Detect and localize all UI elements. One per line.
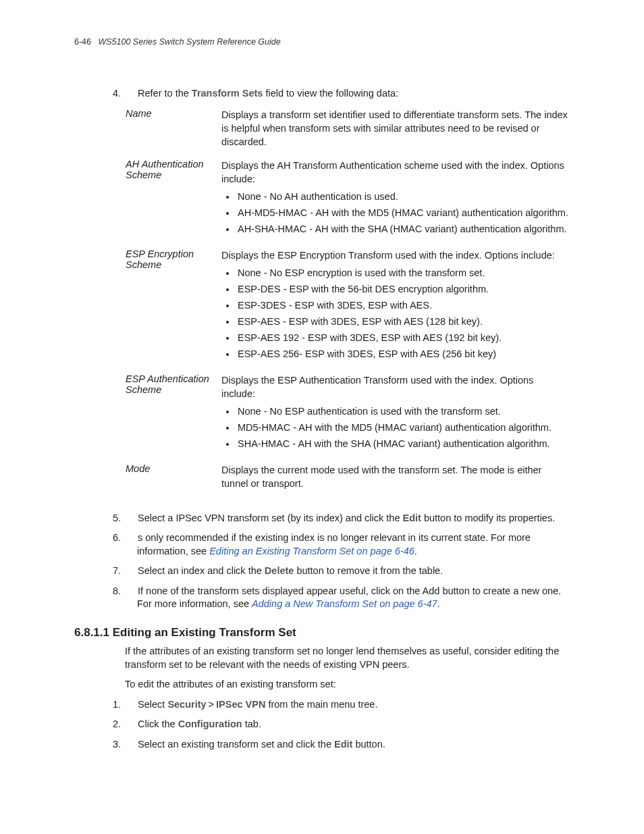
def-intro: Displays the AH Transform Authentication… (221, 160, 564, 184)
step-text: Click the (138, 719, 178, 729)
list-item: AH-SHA-HMAC - AH with the SHA (HMAC vari… (236, 222, 569, 236)
list-item: ESP-DES - ESP with the 56-bit DES encryp… (236, 282, 569, 296)
edit-step-1: 1. Select Security>IPSec VPN from the ma… (125, 698, 570, 712)
term-esp-auth: ESP Authentication Scheme (125, 373, 221, 463)
step-6: 6. s only recommended if the existing in… (125, 531, 570, 558)
list-item: None - No ESP authentication is used wit… (236, 405, 569, 418)
step-number: 4. (125, 87, 135, 101)
term-ah-auth: AH Authentication Scheme (125, 158, 221, 248)
step-text: tab. (242, 719, 261, 729)
bold-term: Delete (265, 565, 294, 576)
section-heading: 6.8.1.1 Editing an Existing Transform Se… (74, 626, 570, 640)
step-number: 2. (125, 718, 135, 731)
step-8: 8. If none of the transform sets display… (125, 585, 570, 611)
step-number: 5. (125, 512, 135, 525)
step-text: Select a IPSec VPN transform set (by its… (138, 513, 402, 523)
list-item: ESP-AES 192 - ESP with 3DES, ESP with AE… (236, 331, 569, 344)
bold-term: IPSec VPN (216, 699, 265, 710)
term-name: Name (125, 107, 221, 158)
list-item: ESP-AES - ESP with 3DES, ESP with AES (1… (236, 315, 569, 328)
step-text: . (437, 598, 440, 609)
step-number: 8. (125, 585, 135, 598)
bold-term: Configuration (178, 719, 242, 729)
list-item: None - No ESP encryption is used with th… (236, 266, 569, 280)
section-title: Editing an Existing Transform Set (113, 626, 296, 639)
main-content: 4. Refer to the Transform Sets field to … (125, 87, 570, 751)
list-item: MD5-HMAC - AH with the MD5 (HMAC variant… (236, 421, 569, 434)
step-text: field to view the following data: (263, 88, 398, 99)
step-text: Select an existing transform set and cli… (138, 739, 334, 750)
step-text: button to modify its properties. (421, 513, 555, 523)
step-text: . (414, 546, 417, 556)
bold-term: Security (167, 699, 206, 710)
bold-term: Edit (403, 513, 421, 523)
step-4: 4. Refer to the Transform Sets field to … (125, 87, 570, 101)
cross-ref-link[interactable]: Editing an Existing Transform Set on pag… (209, 546, 414, 556)
list-item: SHA-HMAC - AH with the SHA (HMAC variant… (236, 437, 569, 450)
def-ah-auth: Displays the AH Transform Authentication… (221, 158, 570, 248)
step-number: 6. (125, 531, 135, 545)
edit-step-3: 3. Select an existing transform set and … (125, 738, 570, 752)
bold-term: Transform Sets (192, 88, 263, 99)
list-item: None - No AH authentication is used. (236, 190, 569, 203)
edit-step-2: 2. Click the Configuration tab. (125, 718, 570, 731)
step-text: Select an index and click the (138, 565, 265, 576)
definition-table: Name Displays a transform set identifier… (125, 107, 570, 500)
def-intro: Displays the ESP Encryption Transform us… (221, 250, 555, 261)
step-text: Select (138, 699, 167, 710)
list-item: AH-MD5-HMAC - AH with the MD5 (HMAC vari… (236, 206, 569, 219)
bold-term: Edit (334, 739, 352, 750)
step-text: Refer to the (138, 88, 192, 99)
step-number: 3. (125, 738, 135, 752)
list-item: ESP-3DES - ESP with 3DES, ESP with AES. (236, 298, 569, 312)
running-header: 6-46 WS5100 Series Switch System Referen… (74, 37, 570, 47)
page-number: 6-46 (74, 37, 91, 47)
def-esp-auth: Displays the ESP Authentication Transfor… (221, 373, 570, 463)
term-mode: Mode (125, 463, 221, 500)
step-number: 1. (125, 698, 135, 712)
guide-title: WS5100 Series Switch System Reference Gu… (98, 37, 280, 47)
term-esp-enc: ESP Encryption Scheme (125, 248, 221, 373)
breadcrumb-separator: > (207, 699, 216, 710)
step-5: 5. Select a IPSec VPN transform set (by … (125, 512, 570, 525)
list-item: ESP-AES 256- ESP with 3DES, ESP with AES… (236, 347, 569, 361)
step-text: button to remove it from the table. (294, 565, 443, 576)
section-paragraph: To edit the attributes of an existing tr… (125, 678, 570, 692)
def-mode: Displays the current mode used with the … (221, 463, 570, 500)
cross-ref-link[interactable]: Adding a New Transform Set on page 6-47 (252, 598, 437, 609)
def-esp-enc: Displays the ESP Encryption Transform us… (221, 248, 570, 373)
section-number: 6.8.1.1 (74, 626, 109, 639)
section-paragraph: If the attributes of an existing transfo… (125, 645, 570, 671)
step-text: from the main menu tree. (265, 699, 377, 710)
def-name: Displays a transform set identifier used… (221, 107, 570, 158)
step-7: 7. Select an index and click the Delete … (125, 565, 570, 578)
step-text: button. (352, 739, 385, 750)
def-intro: Displays the ESP Authentication Transfor… (221, 375, 533, 399)
step-number: 7. (125, 565, 135, 578)
